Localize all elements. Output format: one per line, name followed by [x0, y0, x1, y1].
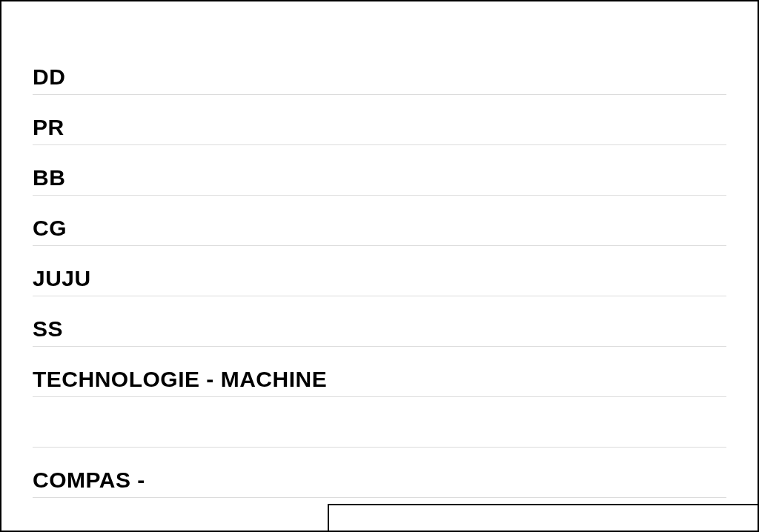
row-label: DD — [33, 64, 65, 90]
list-row-empty — [33, 397, 726, 448]
row-label: BB — [33, 165, 65, 190]
row-label: SS — [33, 316, 63, 342]
page-frame: DD PR BB CG JUJU SS TECHNOLOGIE - MACHIN… — [0, 0, 759, 532]
list-row: JUJU — [33, 246, 726, 296]
row-label: COMPAS - — [33, 468, 145, 493]
footer-box — [328, 504, 758, 531]
list-row: PR — [33, 95, 726, 145]
list-row: BB — [33, 145, 726, 196]
row-label: JUJU — [33, 266, 91, 291]
list-row: COMPAS - — [33, 448, 726, 498]
row-label: PR — [33, 115, 64, 140]
row-label: TECHNOLOGIE - MACHINE — [33, 367, 327, 392]
list-row: SS — [33, 296, 726, 347]
row-label: CG — [33, 216, 67, 241]
content-area: DD PR BB CG JUJU SS TECHNOLOGIE - MACHIN… — [1, 1, 758, 498]
list-row: TECHNOLOGIE - MACHINE — [33, 347, 726, 397]
list-row: DD — [33, 44, 726, 95]
list-row: CG — [33, 196, 726, 246]
